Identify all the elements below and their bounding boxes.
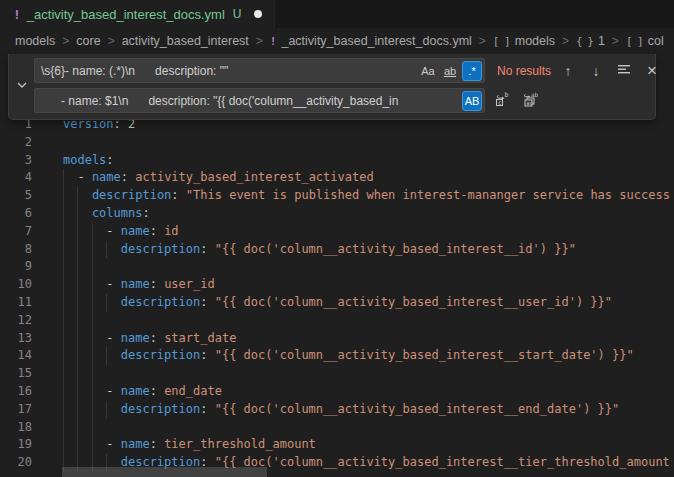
breadcrumb-label: col [648, 34, 664, 48]
replace-input[interactable]: - name: $1\n description: "{{ doc('colum… [34, 88, 485, 113]
match-case-toggle[interactable]: Aa [418, 61, 438, 81]
breadcrumb-label: _activity_based_interest_docs.yml [281, 34, 471, 48]
token-k: name [92, 169, 121, 187]
code-line[interactable]: 13- name: start_date [0, 330, 674, 348]
line-number[interactable]: 4 [0, 169, 32, 187]
code-line[interactable]: 7- name: id [0, 223, 674, 241]
chevron-down-icon [16, 77, 28, 95]
replace-input-value: - name: $1\n description: "{{ doc('colum… [41, 94, 462, 108]
code-line[interactable]: 2 [0, 134, 674, 152]
editor-tab[interactable]: ! _activity_based_interest_docs.yml U [0, 0, 275, 28]
line-number[interactable]: 6 [0, 205, 32, 223]
indent-guides [63, 312, 106, 330]
svg-text:b: b [505, 91, 509, 99]
close-find-button[interactable]: × [641, 60, 663, 82]
line-number[interactable]: 15 [0, 365, 32, 383]
token-d: - [106, 276, 120, 294]
token-p: : [150, 330, 164, 348]
code-line[interactable]: 6columns: [0, 205, 674, 223]
replace-button[interactable]: bc [491, 90, 513, 112]
whole-word-toggle[interactable]: ab [440, 61, 460, 81]
line-number[interactable]: 16 [0, 383, 32, 401]
token-s: "This event is published when interest-m… [186, 187, 670, 205]
line-number[interactable]: 7 [0, 223, 32, 241]
line-number[interactable]: 2 [0, 134, 32, 152]
code-line[interactable]: 16- name: end_date [0, 383, 674, 401]
breadcrumb-item[interactable]: { }1 [576, 34, 605, 48]
breadcrumb-item[interactable]: models [15, 34, 55, 48]
token-s: "{{ doc('column__activity_based_interest… [215, 241, 576, 259]
find-results-label: No results [497, 64, 551, 78]
line-number[interactable]: 9 [0, 258, 32, 276]
code-line[interactable]: 18 [0, 419, 674, 437]
toggle-replace-button[interactable] [9, 58, 34, 113]
line-number[interactable]: 19 [0, 436, 32, 454]
code-line[interactable]: 11description: "{{ doc('column__activity… [0, 294, 674, 312]
token-p: : [150, 383, 164, 401]
line-number[interactable]: 17 [0, 401, 32, 419]
code-line[interactable]: 3models: [0, 152, 674, 170]
line-number[interactable]: 5 [0, 187, 32, 205]
token-p: : [200, 241, 214, 259]
code-line[interactable]: 9 [0, 258, 674, 276]
token-s: "{{ doc('column__activity_based_interest… [215, 454, 670, 472]
token-k: description [92, 187, 171, 205]
replace-all-button[interactable]: abac [519, 90, 541, 112]
token-p: : [200, 401, 214, 419]
breadcrumb: models>core>activity_based_interest>!_ac… [0, 28, 674, 54]
token-k: description [121, 241, 200, 259]
line-number[interactable]: 3 [0, 152, 32, 170]
token-p: : [150, 276, 164, 294]
array-symbol-icon: [ ] [626, 35, 643, 48]
breadcrumb-label: core [76, 34, 100, 48]
line-number[interactable]: 11 [0, 294, 32, 312]
previous-match-button[interactable]: ↑ [557, 60, 579, 82]
breadcrumb-item[interactable]: !_activity_based_interest_docs.yml [270, 34, 472, 48]
token-d: - [106, 383, 120, 401]
breadcrumb-item[interactable]: [ ]col [626, 34, 664, 48]
preserve-case-toggle[interactable]: AB [462, 91, 482, 111]
horizontal-scrollbar-thumb[interactable] [62, 467, 267, 477]
breadcrumb-item[interactable]: core [76, 34, 100, 48]
code-line[interactable]: 14description: "{{ doc('column__activity… [0, 347, 674, 365]
line-number[interactable]: 18 [0, 419, 32, 437]
line-number[interactable]: 10 [0, 276, 32, 294]
code-area[interactable]: 1version: 223models:4- name: activity_ba… [0, 116, 674, 472]
token-s: end_date [164, 383, 222, 401]
git-status-badge: U [233, 7, 242, 21]
find-input[interactable]: \s{6}- name: (.*)\n description: "" Aaab… [34, 58, 485, 83]
token-d: - [106, 436, 120, 454]
token-k: models [63, 152, 106, 170]
indent-guides [63, 365, 106, 383]
tab-filename: _activity_based_interest_docs.yml [27, 7, 225, 22]
find-in-selection-button[interactable] [613, 60, 635, 82]
token-d: - [77, 169, 91, 187]
code-line[interactable]: 8description: "{{ doc('column__activity_… [0, 241, 674, 259]
code-line[interactable]: 17description: "{{ doc('column__activity… [0, 401, 674, 419]
line-number[interactable]: 8 [0, 241, 32, 259]
breadcrumb-item[interactable]: [ ]models [493, 34, 555, 48]
line-number[interactable]: 13 [0, 330, 32, 348]
code-line[interactable]: 5description: "This event is published w… [0, 187, 674, 205]
indent-guides [63, 419, 106, 437]
code-line[interactable]: 12 [0, 312, 674, 330]
breadcrumb-label: 1 [598, 34, 605, 48]
next-match-button[interactable]: ↓ [585, 60, 607, 82]
code-line[interactable]: 10- name: user_id [0, 276, 674, 294]
token-k: name [121, 223, 150, 241]
code-line[interactable]: 4- name: activity_based_interest_activat… [0, 169, 674, 187]
svg-text:ab: ab [531, 91, 538, 98]
token-d: - [106, 330, 120, 348]
code-line[interactable]: 19- name: tier_threshold_amount [0, 436, 674, 454]
breadcrumb-label: models [515, 34, 555, 48]
token-p: : [142, 205, 149, 223]
code-line[interactable]: 15 [0, 365, 674, 383]
svg-text:c: c [498, 99, 502, 107]
modified-dot-icon[interactable] [254, 10, 262, 18]
token-p: : [200, 347, 214, 365]
line-number[interactable]: 14 [0, 347, 32, 365]
breadcrumb-item[interactable]: activity_based_interest [122, 34, 249, 48]
line-number[interactable]: 20 [0, 454, 32, 472]
line-number[interactable]: 12 [0, 312, 32, 330]
regex-toggle[interactable]: .* [462, 61, 482, 81]
